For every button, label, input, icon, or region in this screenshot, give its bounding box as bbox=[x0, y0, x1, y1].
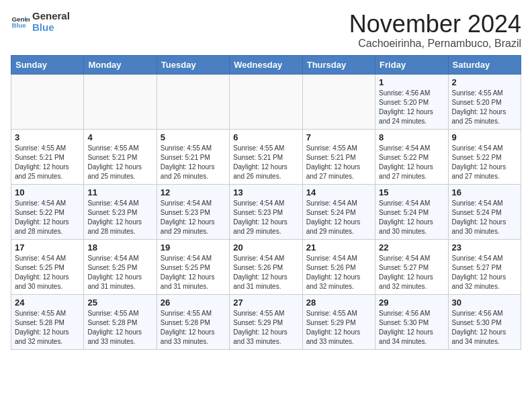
calendar-cell: 8Sunrise: 4:54 AMSunset: 5:22 PMDaylight… bbox=[375, 129, 448, 184]
day-number: 6 bbox=[233, 132, 298, 142]
weekday-header-thursday: Thursday bbox=[302, 55, 375, 74]
day-number: 20 bbox=[233, 242, 298, 253]
calendar-cell: 6Sunrise: 4:55 AMSunset: 5:21 PMDaylight… bbox=[230, 129, 302, 184]
calendar-cell: 13Sunrise: 4:54 AMSunset: 5:23 PMDayligh… bbox=[230, 184, 302, 239]
day-number: 1 bbox=[379, 77, 444, 87]
day-number: 21 bbox=[306, 242, 371, 253]
day-info: Sunrise: 4:54 AMSunset: 5:27 PMDaylight:… bbox=[379, 254, 444, 291]
day-number: 15 bbox=[379, 187, 444, 197]
calendar-cell: 22Sunrise: 4:54 AMSunset: 5:27 PMDayligh… bbox=[375, 239, 448, 294]
calendar-cell bbox=[230, 74, 302, 129]
calendar-cell: 17Sunrise: 4:54 AMSunset: 5:25 PMDayligh… bbox=[11, 239, 84, 294]
calendar-cell: 21Sunrise: 4:54 AMSunset: 5:26 PMDayligh… bbox=[302, 239, 375, 294]
calendar-cell: 16Sunrise: 4:54 AMSunset: 5:24 PMDayligh… bbox=[448, 184, 521, 239]
logo-line2: Blue bbox=[32, 22, 70, 34]
day-info: Sunrise: 4:54 AMSunset: 5:22 PMDaylight:… bbox=[15, 199, 80, 236]
location-title: Cachoeirinha, Pernambuco, Brazil bbox=[349, 38, 521, 50]
weekday-header-monday: Monday bbox=[84, 55, 157, 74]
calendar-cell: 27Sunrise: 4:55 AMSunset: 5:29 PMDayligh… bbox=[230, 294, 302, 349]
weekday-header-friday: Friday bbox=[375, 55, 448, 74]
calendar-cell: 19Sunrise: 4:54 AMSunset: 5:25 PMDayligh… bbox=[157, 239, 229, 294]
weekday-header-row: SundayMondayTuesdayWednesdayThursdayFrid… bbox=[11, 55, 521, 74]
calendar-cell: 2Sunrise: 4:55 AMSunset: 5:20 PMDaylight… bbox=[448, 74, 521, 129]
day-info: Sunrise: 4:54 AMSunset: 5:25 PMDaylight:… bbox=[15, 254, 80, 291]
day-info: Sunrise: 4:56 AMSunset: 5:30 PMDaylight:… bbox=[452, 309, 517, 347]
weekday-header-sunday: Sunday bbox=[11, 55, 84, 74]
day-number: 23 bbox=[452, 242, 517, 253]
day-info: Sunrise: 4:55 AMSunset: 5:28 PMDaylight:… bbox=[15, 309, 80, 347]
calendar-cell: 26Sunrise: 4:55 AMSunset: 5:28 PMDayligh… bbox=[157, 294, 229, 349]
calendar-cell: 12Sunrise: 4:54 AMSunset: 5:23 PMDayligh… bbox=[157, 184, 229, 239]
day-number: 11 bbox=[87, 187, 152, 197]
calendar-cell: 7Sunrise: 4:55 AMSunset: 5:21 PMDaylight… bbox=[302, 129, 375, 184]
day-info: Sunrise: 4:55 AMSunset: 5:20 PMDaylight:… bbox=[452, 89, 517, 126]
week-row-2: 3Sunrise: 4:55 AMSunset: 5:21 PMDaylight… bbox=[11, 129, 521, 184]
week-row-4: 17Sunrise: 4:54 AMSunset: 5:25 PMDayligh… bbox=[11, 239, 521, 294]
day-info: Sunrise: 4:55 AMSunset: 5:21 PMDaylight:… bbox=[161, 144, 226, 181]
day-info: Sunrise: 4:55 AMSunset: 5:28 PMDaylight:… bbox=[161, 309, 226, 347]
day-number: 19 bbox=[161, 242, 226, 253]
calendar-cell: 10Sunrise: 4:54 AMSunset: 5:22 PMDayligh… bbox=[11, 184, 84, 239]
day-info: Sunrise: 4:54 AMSunset: 5:23 PMDaylight:… bbox=[161, 199, 226, 236]
day-info: Sunrise: 4:54 AMSunset: 5:25 PMDaylight:… bbox=[161, 254, 226, 291]
day-info: Sunrise: 4:54 AMSunset: 5:22 PMDaylight:… bbox=[379, 144, 444, 181]
day-info: Sunrise: 4:55 AMSunset: 5:21 PMDaylight:… bbox=[306, 144, 371, 181]
day-info: Sunrise: 4:54 AMSunset: 5:24 PMDaylight:… bbox=[306, 199, 371, 236]
day-info: Sunrise: 4:54 AMSunset: 5:22 PMDaylight:… bbox=[452, 144, 517, 181]
week-row-1: 1Sunrise: 4:56 AMSunset: 5:20 PMDaylight… bbox=[11, 74, 521, 129]
day-number: 16 bbox=[452, 187, 517, 197]
day-number: 9 bbox=[452, 132, 517, 142]
day-info: Sunrise: 4:54 AMSunset: 5:26 PMDaylight:… bbox=[306, 254, 371, 291]
day-number: 12 bbox=[161, 187, 226, 197]
day-info: Sunrise: 4:54 AMSunset: 5:23 PMDaylight:… bbox=[233, 199, 298, 236]
calendar-cell: 15Sunrise: 4:54 AMSunset: 5:24 PMDayligh… bbox=[375, 184, 448, 239]
day-number: 25 bbox=[87, 298, 152, 308]
day-number: 13 bbox=[233, 187, 298, 197]
day-info: Sunrise: 4:54 AMSunset: 5:27 PMDaylight:… bbox=[452, 254, 517, 291]
day-number: 14 bbox=[306, 187, 371, 197]
calendar-cell bbox=[302, 74, 375, 129]
day-info: Sunrise: 4:55 AMSunset: 5:28 PMDaylight:… bbox=[87, 309, 152, 347]
calendar-cell bbox=[157, 74, 229, 129]
day-info: Sunrise: 4:55 AMSunset: 5:29 PMDaylight:… bbox=[233, 309, 298, 347]
calendar-cell: 24Sunrise: 4:55 AMSunset: 5:28 PMDayligh… bbox=[11, 294, 84, 349]
day-number: 28 bbox=[306, 298, 371, 308]
day-info: Sunrise: 4:54 AMSunset: 5:26 PMDaylight:… bbox=[233, 254, 298, 291]
day-info: Sunrise: 4:55 AMSunset: 5:29 PMDaylight:… bbox=[306, 309, 371, 347]
day-number: 27 bbox=[233, 298, 298, 308]
calendar-cell: 4Sunrise: 4:55 AMSunset: 5:21 PMDaylight… bbox=[84, 129, 157, 184]
week-row-3: 10Sunrise: 4:54 AMSunset: 5:22 PMDayligh… bbox=[11, 184, 521, 239]
logo-line1: General bbox=[32, 11, 70, 22]
day-info: Sunrise: 4:54 AMSunset: 5:23 PMDaylight:… bbox=[87, 199, 152, 236]
day-number: 10 bbox=[15, 187, 80, 197]
calendar-cell: 1Sunrise: 4:56 AMSunset: 5:20 PMDaylight… bbox=[375, 74, 448, 129]
svg-text:Blue: Blue bbox=[11, 21, 26, 29]
page-header: General Blue General Blue November 2024 … bbox=[11, 11, 521, 50]
day-number: 29 bbox=[379, 298, 444, 308]
calendar-cell: 3Sunrise: 4:55 AMSunset: 5:21 PMDaylight… bbox=[11, 129, 84, 184]
month-title: November 2024 bbox=[349, 11, 521, 38]
day-number: 26 bbox=[161, 298, 226, 308]
day-number: 30 bbox=[452, 298, 517, 308]
calendar-table: SundayMondayTuesdayWednesdayThursdayFrid… bbox=[11, 55, 521, 350]
calendar-cell: 18Sunrise: 4:54 AMSunset: 5:25 PMDayligh… bbox=[84, 239, 157, 294]
day-info: Sunrise: 4:54 AMSunset: 5:24 PMDaylight:… bbox=[379, 199, 444, 236]
calendar-cell: 11Sunrise: 4:54 AMSunset: 5:23 PMDayligh… bbox=[84, 184, 157, 239]
day-number: 24 bbox=[15, 298, 80, 308]
title-block: November 2024 Cachoeirinha, Pernambuco, … bbox=[349, 11, 521, 50]
day-number: 22 bbox=[379, 242, 444, 253]
calendar-cell: 28Sunrise: 4:55 AMSunset: 5:29 PMDayligh… bbox=[302, 294, 375, 349]
logo-icon: General Blue bbox=[11, 13, 30, 32]
day-info: Sunrise: 4:54 AMSunset: 5:24 PMDaylight:… bbox=[452, 199, 517, 236]
day-number: 5 bbox=[161, 132, 226, 142]
weekday-header-saturday: Saturday bbox=[448, 55, 521, 74]
calendar-cell: 29Sunrise: 4:56 AMSunset: 5:30 PMDayligh… bbox=[375, 294, 448, 349]
calendar-cell: 5Sunrise: 4:55 AMSunset: 5:21 PMDaylight… bbox=[157, 129, 229, 184]
weekday-header-wednesday: Wednesday bbox=[230, 55, 302, 74]
day-number: 3 bbox=[15, 132, 80, 142]
day-number: 7 bbox=[306, 132, 371, 142]
logo: General Blue General Blue bbox=[11, 11, 70, 33]
calendar-cell: 30Sunrise: 4:56 AMSunset: 5:30 PMDayligh… bbox=[448, 294, 521, 349]
day-number: 4 bbox=[87, 132, 152, 142]
day-info: Sunrise: 4:55 AMSunset: 5:21 PMDaylight:… bbox=[15, 144, 80, 181]
